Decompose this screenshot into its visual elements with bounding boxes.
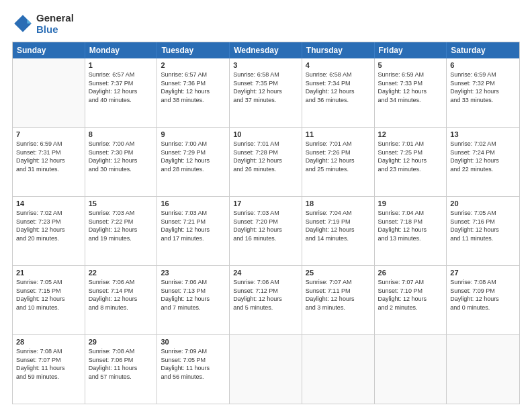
day-info: Sunrise: 6:59 AMSunset: 7:31 PMDaylight:… bbox=[16, 140, 81, 173]
cal-cell: 4Sunrise: 6:58 AMSunset: 7:34 PMDaylight… bbox=[302, 58, 375, 127]
week-row-5: 28Sunrise: 7:08 AMSunset: 7:07 PMDayligh… bbox=[13, 335, 519, 404]
day-info: Sunrise: 7:07 AMSunset: 7:11 PMDaylight:… bbox=[306, 278, 371, 312]
cal-cell: 1Sunrise: 6:57 AMSunset: 7:37 PMDaylight… bbox=[85, 58, 158, 127]
day-number: 8 bbox=[89, 130, 154, 138]
cal-cell: 20Sunrise: 7:05 AMSunset: 7:16 PMDayligh… bbox=[447, 197, 519, 265]
day-info: Sunrise: 6:58 AMSunset: 7:34 PMDaylight:… bbox=[306, 71, 371, 104]
cal-cell: 5Sunrise: 6:59 AMSunset: 7:33 PMDaylight… bbox=[375, 58, 447, 127]
day-number: 21 bbox=[16, 269, 81, 277]
calendar-header-row: SundayMondayTuesdayWednesdayThursdayFrid… bbox=[13, 42, 519, 58]
header: General Blue bbox=[12, 12, 520, 35]
day-info: Sunrise: 7:08 AMSunset: 7:06 PMDaylight:… bbox=[89, 347, 154, 381]
day-info: Sunrise: 6:58 AMSunset: 7:35 PMDaylight:… bbox=[233, 71, 298, 104]
day-number: 20 bbox=[450, 199, 516, 208]
day-number: 29 bbox=[89, 338, 154, 346]
day-number: 4 bbox=[306, 61, 371, 69]
cal-cell: 19Sunrise: 7:04 AMSunset: 7:18 PMDayligh… bbox=[375, 197, 447, 265]
day-info: Sunrise: 7:00 AMSunset: 7:30 PMDaylight:… bbox=[89, 140, 154, 173]
cal-cell: 25Sunrise: 7:07 AMSunset: 7:11 PMDayligh… bbox=[302, 266, 375, 334]
col-header-saturday: Saturday bbox=[447, 42, 519, 58]
week-row-3: 14Sunrise: 7:02 AMSunset: 7:23 PMDayligh… bbox=[13, 197, 519, 266]
cal-cell: 11Sunrise: 7:01 AMSunset: 7:26 PMDayligh… bbox=[302, 128, 375, 196]
cal-cell: 3Sunrise: 6:58 AMSunset: 7:35 PMDaylight… bbox=[230, 58, 302, 127]
day-number: 9 bbox=[161, 130, 226, 138]
day-number: 2 bbox=[161, 61, 226, 69]
cal-cell: 8Sunrise: 7:00 AMSunset: 7:30 PMDaylight… bbox=[85, 128, 158, 196]
day-info: Sunrise: 6:59 AMSunset: 7:32 PMDaylight:… bbox=[450, 71, 516, 104]
day-number: 22 bbox=[89, 269, 154, 277]
day-number: 17 bbox=[233, 199, 298, 208]
day-info: Sunrise: 6:57 AMSunset: 7:37 PMDaylight:… bbox=[89, 71, 154, 104]
cal-cell: 29Sunrise: 7:08 AMSunset: 7:06 PMDayligh… bbox=[85, 335, 158, 404]
day-number: 14 bbox=[16, 199, 81, 208]
cal-cell: 28Sunrise: 7:08 AMSunset: 7:07 PMDayligh… bbox=[13, 335, 85, 404]
day-info: Sunrise: 7:01 AMSunset: 7:25 PMDaylight:… bbox=[378, 140, 443, 173]
day-info: Sunrise: 7:07 AMSunset: 7:10 PMDaylight:… bbox=[378, 278, 443, 312]
logo-text: General Blue bbox=[36, 12, 74, 35]
cal-cell: 30Sunrise: 7:09 AMSunset: 7:05 PMDayligh… bbox=[157, 335, 230, 404]
cal-cell: 2Sunrise: 6:57 AMSunset: 7:36 PMDaylight… bbox=[157, 58, 230, 127]
cal-cell: 7Sunrise: 6:59 AMSunset: 7:31 PMDaylight… bbox=[13, 128, 85, 196]
day-info: Sunrise: 7:03 AMSunset: 7:21 PMDaylight:… bbox=[161, 209, 226, 242]
cal-cell: 15Sunrise: 7:03 AMSunset: 7:22 PMDayligh… bbox=[85, 197, 158, 265]
day-number: 27 bbox=[450, 269, 516, 277]
day-info: Sunrise: 7:06 AMSunset: 7:14 PMDaylight:… bbox=[89, 278, 154, 312]
day-info: Sunrise: 7:05 AMSunset: 7:16 PMDaylight:… bbox=[450, 209, 516, 242]
day-info: Sunrise: 6:59 AMSunset: 7:33 PMDaylight:… bbox=[378, 71, 443, 104]
day-info: Sunrise: 6:57 AMSunset: 7:36 PMDaylight:… bbox=[161, 71, 226, 104]
day-info: Sunrise: 7:09 AMSunset: 7:05 PMDaylight:… bbox=[161, 347, 226, 381]
day-info: Sunrise: 7:03 AMSunset: 7:22 PMDaylight:… bbox=[89, 209, 154, 242]
day-info: Sunrise: 7:01 AMSunset: 7:28 PMDaylight:… bbox=[233, 140, 298, 173]
col-header-thursday: Thursday bbox=[302, 42, 375, 58]
day-number: 11 bbox=[306, 130, 371, 138]
day-number: 19 bbox=[378, 199, 443, 208]
day-info: Sunrise: 7:04 AMSunset: 7:19 PMDaylight:… bbox=[306, 209, 371, 242]
day-number: 6 bbox=[450, 61, 516, 69]
day-info: Sunrise: 7:08 AMSunset: 7:09 PMDaylight:… bbox=[450, 278, 516, 312]
cal-cell: 13Sunrise: 7:02 AMSunset: 7:24 PMDayligh… bbox=[447, 128, 519, 196]
cal-cell: 6Sunrise: 6:59 AMSunset: 7:32 PMDaylight… bbox=[447, 58, 519, 127]
day-number: 28 bbox=[16, 338, 81, 346]
col-header-friday: Friday bbox=[375, 42, 447, 58]
day-number: 23 bbox=[161, 269, 226, 277]
day-info: Sunrise: 7:06 AMSunset: 7:13 PMDaylight:… bbox=[161, 278, 226, 312]
cal-cell bbox=[13, 58, 85, 127]
day-number: 12 bbox=[378, 130, 443, 138]
day-number: 24 bbox=[233, 269, 298, 277]
cal-cell: 24Sunrise: 7:06 AMSunset: 7:12 PMDayligh… bbox=[230, 266, 302, 334]
cal-cell: 9Sunrise: 7:00 AMSunset: 7:29 PMDaylight… bbox=[157, 128, 230, 196]
day-number: 18 bbox=[306, 199, 371, 208]
day-number: 1 bbox=[89, 61, 154, 69]
cal-cell: 12Sunrise: 7:01 AMSunset: 7:25 PMDayligh… bbox=[375, 128, 447, 196]
cal-cell: 18Sunrise: 7:04 AMSunset: 7:19 PMDayligh… bbox=[302, 197, 375, 265]
day-info: Sunrise: 7:06 AMSunset: 7:12 PMDaylight:… bbox=[233, 278, 298, 312]
cal-cell: 10Sunrise: 7:01 AMSunset: 7:28 PMDayligh… bbox=[230, 128, 302, 196]
cal-cell bbox=[230, 335, 302, 404]
cal-cell: 27Sunrise: 7:08 AMSunset: 7:09 PMDayligh… bbox=[447, 266, 519, 334]
day-info: Sunrise: 7:02 AMSunset: 7:24 PMDaylight:… bbox=[450, 140, 516, 173]
day-info: Sunrise: 7:05 AMSunset: 7:15 PMDaylight:… bbox=[16, 278, 81, 312]
calendar-body: 1Sunrise: 6:57 AMSunset: 7:37 PMDaylight… bbox=[13, 58, 519, 404]
logo: General Blue bbox=[12, 12, 74, 35]
cal-cell bbox=[447, 335, 519, 404]
logo-icon bbox=[12, 13, 34, 34]
cal-cell bbox=[375, 335, 447, 404]
cal-cell: 26Sunrise: 7:07 AMSunset: 7:10 PMDayligh… bbox=[375, 266, 447, 334]
day-number: 26 bbox=[378, 269, 443, 277]
day-number: 13 bbox=[450, 130, 516, 138]
cal-cell: 21Sunrise: 7:05 AMSunset: 7:15 PMDayligh… bbox=[13, 266, 85, 334]
page: General Blue SundayMondayTuesdayWednesda… bbox=[0, 0, 532, 411]
cal-cell: 17Sunrise: 7:03 AMSunset: 7:20 PMDayligh… bbox=[230, 197, 302, 265]
day-number: 25 bbox=[306, 269, 371, 277]
day-number: 3 bbox=[233, 61, 298, 69]
col-header-sunday: Sunday bbox=[13, 42, 85, 58]
day-number: 10 bbox=[233, 130, 298, 138]
col-header-monday: Monday bbox=[85, 42, 158, 58]
calendar: SundayMondayTuesdayWednesdayThursdayFrid… bbox=[12, 42, 520, 404]
day-info: Sunrise: 7:01 AMSunset: 7:26 PMDaylight:… bbox=[306, 140, 371, 173]
day-number: 30 bbox=[161, 338, 226, 346]
cal-cell: 23Sunrise: 7:06 AMSunset: 7:13 PMDayligh… bbox=[157, 266, 230, 334]
day-info: Sunrise: 7:00 AMSunset: 7:29 PMDaylight:… bbox=[161, 140, 226, 173]
week-row-1: 1Sunrise: 6:57 AMSunset: 7:37 PMDaylight… bbox=[13, 58, 519, 128]
cal-cell: 22Sunrise: 7:06 AMSunset: 7:14 PMDayligh… bbox=[85, 266, 158, 334]
